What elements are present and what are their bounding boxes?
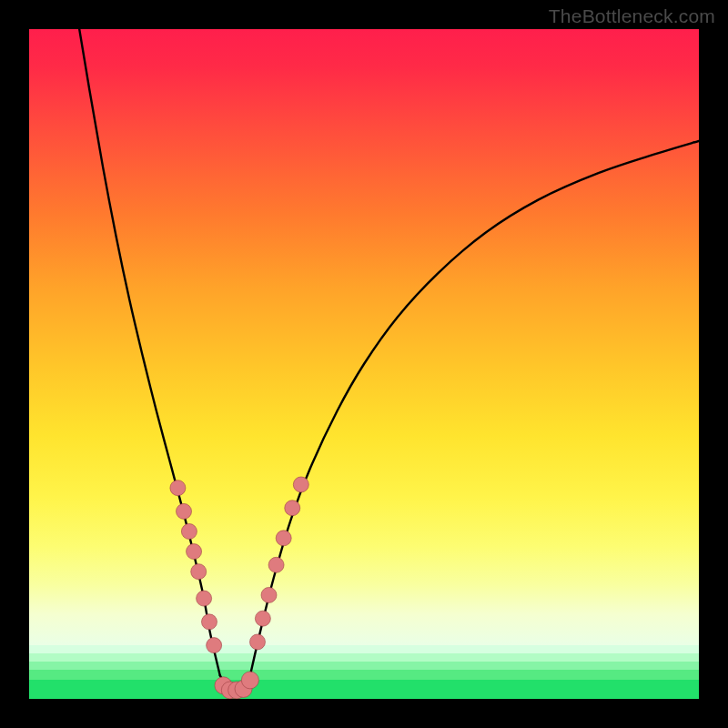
data-dot (170, 480, 186, 496)
data-dot (261, 587, 277, 602)
data-dot (276, 531, 291, 546)
dots-layer (29, 29, 699, 699)
data-dot (293, 477, 308, 492)
dots-floor-cluster (215, 672, 258, 699)
data-dot (191, 564, 207, 580)
watermark-text: TheBottleneck.com (549, 5, 715, 27)
data-dot (197, 591, 212, 606)
data-dot (177, 503, 192, 519)
plot-area (29, 29, 699, 699)
dots-right-cluster (249, 477, 308, 650)
data-dot (241, 672, 258, 689)
chart-stage: TheBottleneck.com (0, 0, 728, 728)
data-dot (255, 611, 270, 626)
dots-left-cluster (170, 480, 222, 653)
data-dot (201, 614, 217, 630)
data-dot (268, 557, 284, 572)
data-dot (285, 500, 300, 516)
data-dot (249, 634, 265, 650)
data-dot (181, 524, 197, 540)
data-dot (207, 638, 222, 653)
data-dot (187, 544, 202, 560)
